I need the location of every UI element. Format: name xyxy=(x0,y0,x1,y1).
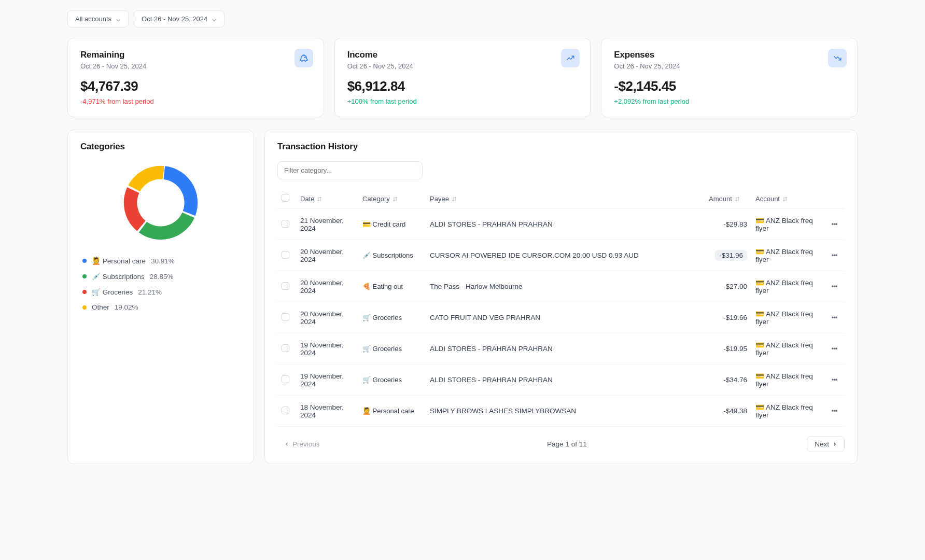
sort-icon xyxy=(451,196,457,202)
cell-date: 19 November, 2024 xyxy=(296,365,358,396)
legend-pct: 30.91% xyxy=(151,257,175,265)
table-row[interactable]: 21 November, 2024 💳 Credit card ALDI STO… xyxy=(277,209,845,240)
category-filter-input[interactable] xyxy=(277,161,423,179)
legend-item: 💉 Subscriptions 28.85% xyxy=(82,272,241,281)
cell-category: 🛒 Groceries xyxy=(358,333,426,365)
period-filter[interactable]: Oct 26 - Nov 25, 2024 xyxy=(134,10,225,27)
remaining-title: Remaining xyxy=(80,50,311,60)
row-more-button[interactable]: ••• xyxy=(828,343,840,355)
expenses-delta: +2,092% from last period xyxy=(614,97,845,105)
col-payee[interactable]: Payee xyxy=(426,189,705,209)
account-filter-label: All accounts xyxy=(75,15,111,23)
income-title: Income xyxy=(347,50,578,60)
cell-category: 💳 Credit card xyxy=(358,209,426,240)
legend-dot xyxy=(82,290,87,294)
cell-category: 🛒 Groceries xyxy=(358,365,426,396)
row-more-button[interactable]: ••• xyxy=(828,249,840,262)
income-period: Oct 26 - Nov 25, 2024 xyxy=(347,62,578,70)
legend-label: 🛒 Groceries xyxy=(92,288,133,296)
cell-account: 💳 ANZ Black freq flyer xyxy=(751,271,824,302)
prev-button[interactable]: Previous xyxy=(277,437,327,452)
row-checkbox[interactable] xyxy=(282,344,289,352)
cell-payee: ALDI STORES - PRAHRAN PRAHRAN xyxy=(426,365,705,396)
cell-amount: -$19.66 xyxy=(705,302,751,333)
row-more-button[interactable]: ••• xyxy=(828,374,840,386)
cell-category: 💉 Subscriptions xyxy=(358,240,426,271)
expenses-period: Oct 26 - Nov 25, 2024 xyxy=(614,62,845,70)
history-title: Transaction History xyxy=(277,142,845,152)
row-more-button[interactable]: ••• xyxy=(828,218,840,231)
table-row[interactable]: 18 November, 2024 💆 Personal care SIMPLY… xyxy=(277,396,845,427)
cell-account: 💳 ANZ Black freq flyer xyxy=(751,240,824,271)
legend-label: 💆 Personal care xyxy=(92,257,146,265)
table-row[interactable]: 19 November, 2024 🛒 Groceries ALDI STORE… xyxy=(277,333,845,365)
legend-label: 💉 Subscriptions xyxy=(92,272,145,281)
account-filter[interactable]: All accounts xyxy=(67,10,129,27)
row-checkbox[interactable] xyxy=(282,407,289,414)
expenses-title: Expenses xyxy=(614,50,845,60)
row-checkbox[interactable] xyxy=(282,220,289,228)
col-account[interactable]: Account xyxy=(751,189,824,209)
table-row[interactable]: 19 November, 2024 🛒 Groceries ALDI STORE… xyxy=(277,365,845,396)
cell-account: 💳 ANZ Black freq flyer xyxy=(751,302,824,333)
cell-amount: -$49.38 xyxy=(705,396,751,427)
cell-date: 20 November, 2024 xyxy=(296,271,358,302)
cell-account: 💳 ANZ Black freq flyer xyxy=(751,209,824,240)
legend-pct: 28.85% xyxy=(150,273,174,281)
chevron-down-icon xyxy=(116,17,121,22)
row-checkbox[interactable] xyxy=(282,282,289,290)
cell-amount: -$19.95 xyxy=(705,333,751,365)
row-more-button[interactable]: ••• xyxy=(828,281,840,293)
cell-payee: ALDI STORES - PRAHRAN PRAHRAN xyxy=(426,209,705,240)
categories-panel: Categories 💆 Personal care 30.91%💉 Subsc… xyxy=(67,130,254,464)
col-category[interactable]: Category xyxy=(358,189,426,209)
categories-donut-chart xyxy=(119,161,202,244)
cell-amount: -$34.76 xyxy=(705,365,751,396)
legend-dot xyxy=(82,274,87,278)
remaining-value: $4,767.39 xyxy=(80,78,311,94)
cell-account: 💳 ANZ Black freq flyer xyxy=(751,365,824,396)
col-date[interactable]: Date xyxy=(296,189,358,209)
table-row[interactable]: 20 November, 2024 🍕 Eating out The Pass … xyxy=(277,271,845,302)
cell-category: 💆 Personal care xyxy=(358,396,426,427)
table-row[interactable]: 20 November, 2024 🛒 Groceries CATO FRUIT… xyxy=(277,302,845,333)
legend-dot xyxy=(82,259,87,263)
categories-legend: 💆 Personal care 30.91%💉 Subscriptions 28… xyxy=(80,257,241,311)
cell-payee: CATO FRUIT AND VEG PRAHRAN xyxy=(426,302,705,333)
cell-date: 20 November, 2024 xyxy=(296,240,358,271)
remaining-delta: -4,971% from last period xyxy=(80,97,311,105)
col-amount[interactable]: Amount xyxy=(705,189,751,209)
row-more-button[interactable]: ••• xyxy=(828,405,840,417)
remaining-card: Remaining Oct 26 - Nov 25, 2024 $4,767.3… xyxy=(67,38,324,117)
cell-amount: -$29.83 xyxy=(705,209,751,240)
piggybank-icon xyxy=(295,49,313,67)
trend-up-icon xyxy=(561,49,580,67)
transactions-table: Date Category Payee Amount Account 21 No… xyxy=(277,189,845,427)
row-more-button[interactable]: ••• xyxy=(828,312,840,324)
income-value: $6,912.84 xyxy=(347,78,578,94)
summary-cards: Remaining Oct 26 - Nov 25, 2024 $4,767.3… xyxy=(67,38,858,117)
legend-item: 🛒 Groceries 21.21% xyxy=(82,288,241,296)
legend-pct: 21.21% xyxy=(138,288,162,296)
cell-date: 19 November, 2024 xyxy=(296,333,358,365)
remaining-period: Oct 26 - Nov 25, 2024 xyxy=(80,62,311,70)
history-panel: Transaction History Date Category Payee … xyxy=(264,130,858,464)
cell-amount: -$31.96 xyxy=(705,240,751,271)
row-checkbox[interactable] xyxy=(282,375,289,383)
pagination: Previous Page 1 of 11 Next xyxy=(277,436,845,452)
cell-account: 💳 ANZ Black freq flyer xyxy=(751,396,824,427)
row-checkbox[interactable] xyxy=(282,313,289,321)
cell-payee: The Pass - Harlow Melbourne xyxy=(426,271,705,302)
trend-down-icon xyxy=(828,49,847,67)
table-row[interactable]: 20 November, 2024 💉 Subscriptions CURSOR… xyxy=(277,240,845,271)
svg-point-0 xyxy=(304,57,305,58)
select-all-checkbox[interactable] xyxy=(282,194,289,202)
filter-bar: All accounts Oct 26 - Nov 25, 2024 xyxy=(67,10,858,27)
income-delta: +100% from last period xyxy=(347,97,578,105)
row-checkbox[interactable] xyxy=(282,251,289,259)
cell-date: 18 November, 2024 xyxy=(296,396,358,427)
next-button[interactable]: Next xyxy=(807,436,845,452)
income-card: Income Oct 26 - Nov 25, 2024 $6,912.84 +… xyxy=(334,38,591,117)
chevron-right-icon xyxy=(832,442,837,446)
page-status: Page 1 of 11 xyxy=(547,440,587,448)
